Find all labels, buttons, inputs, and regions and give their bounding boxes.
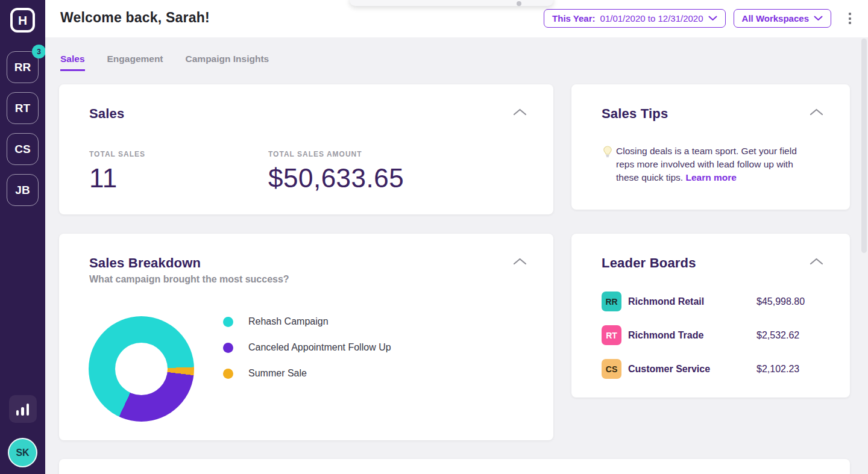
- legend-dot: [223, 343, 233, 353]
- sidebar-item-workspace-rt[interactable]: RT: [7, 92, 39, 124]
- more-options-button[interactable]: [846, 10, 854, 27]
- chevron-up-icon: [810, 258, 823, 265]
- leader-amount: $2,102.23: [756, 364, 799, 375]
- leader-boards-card: Leader Boards RR Richmond Retail $45,998…: [571, 234, 850, 398]
- chevron-up-icon: [513, 258, 527, 265]
- workspace-badge: RT: [602, 325, 621, 345]
- page-title: Welcome back, Sarah!: [60, 10, 210, 26]
- sales-breakdown-subtitle: What campaign brought the most success?: [89, 274, 289, 285]
- total-sales-amount-metric: TOTAL SALES AMOUNT $50,633.65: [268, 150, 404, 193]
- donut-hole: [115, 343, 168, 395]
- chevron-up-icon: [810, 108, 823, 116]
- scrollbar-thumb[interactable]: [861, 39, 867, 253]
- lightbulb-icon: [603, 146, 612, 158]
- workspace-badge: RR: [602, 292, 621, 311]
- donut-chart: [89, 316, 194, 422]
- workspace-initials: RR: [14, 61, 31, 74]
- legend-item: Canceled Appointment Follow Up: [223, 342, 391, 353]
- workspace-initials: JB: [15, 184, 30, 197]
- legend-item: Rehash Campaign: [223, 316, 391, 327]
- legend-label: Rehash Campaign: [248, 316, 329, 327]
- total-sales-metric: TOTAL SALES 11: [89, 150, 145, 193]
- chevron-up-icon: [513, 108, 527, 116]
- tab-sales[interactable]: Sales: [60, 54, 85, 71]
- tab-campaign-insights[interactable]: Campaign Insights: [186, 54, 269, 71]
- sales-tips-title: Sales Tips: [602, 106, 668, 122]
- tab-engagement[interactable]: Engagement: [107, 54, 163, 71]
- sales-breakdown-title: Sales Breakdown: [89, 255, 201, 271]
- topbar: Welcome back, Sarah! This Year: 01/01/20…: [45, 0, 868, 37]
- date-range-dropdown[interactable]: This Year: 01/01/2020 to 12/31/2020: [544, 9, 725, 28]
- metric-label: TOTAL SALES: [89, 150, 145, 158]
- next-section-card: [59, 459, 850, 474]
- sales-card: Sales TOTAL SALES 11 TOTAL SALES AMOUNT …: [59, 84, 553, 214]
- leader-rows: RR Richmond Retail $45,998.80 RT Richmon…: [602, 292, 823, 379]
- chart-legend: Rehash Campaign Canceled Appointment Fol…: [223, 316, 391, 379]
- leader-boards-title: Leader Boards: [602, 255, 696, 271]
- reports-button[interactable]: [9, 395, 37, 423]
- leader-amount: $2,532.62: [756, 330, 799, 341]
- dashboard-content: Sales Engagement Campaign Insights Sales…: [45, 37, 868, 474]
- bar-chart-icon: [21, 407, 24, 416]
- table-row[interactable]: RT Richmond Trade $2,532.62: [602, 325, 823, 345]
- legend-dot: [223, 369, 233, 379]
- user-initials: SK: [16, 447, 29, 458]
- workspace-initials: RT: [15, 102, 30, 115]
- collapse-button[interactable]: [810, 108, 823, 116]
- sales-tip-text: Closing deals is a team sport. Get your …: [616, 145, 815, 184]
- workspace-dropdown-label: All Workspaces: [742, 13, 809, 23]
- date-range-label: This Year:: [552, 13, 595, 23]
- app-logo-letter: H: [18, 13, 27, 28]
- avatar[interactable]: SK: [8, 438, 37, 467]
- sidebar-item-workspace-cs[interactable]: CS: [7, 133, 39, 165]
- app-root: H RR 3 RT CS JB SK Welcome back, Sarah! …: [0, 0, 868, 474]
- toast-icon: [517, 1, 521, 6]
- chevron-down-icon: [708, 16, 717, 21]
- workspace-badge: CS: [602, 359, 621, 379]
- collapse-button[interactable]: [513, 258, 527, 265]
- learn-more-link[interactable]: Learn more: [685, 172, 736, 182]
- sales-breakdown-card: Sales Breakdown What campaign brought th…: [59, 234, 553, 440]
- table-row[interactable]: RR Richmond Retail $45,998.80: [602, 292, 823, 311]
- leader-name: Richmond Retail: [628, 296, 756, 307]
- legend-dot: [223, 317, 233, 327]
- legend-label: Canceled Appointment Follow Up: [248, 342, 391, 353]
- leader-amount: $45,998.80: [756, 296, 805, 307]
- legend-item: Summer Sale: [223, 368, 391, 379]
- metric-value: $50,633.65: [268, 163, 404, 193]
- legend-label: Summer Sale: [248, 368, 307, 379]
- metric-value: 11: [89, 163, 145, 193]
- bar-chart-icon: [16, 410, 19, 416]
- leader-name: Customer Service: [628, 364, 756, 375]
- workspace-dropdown[interactable]: All Workspaces: [734, 9, 831, 28]
- sales-tip: Closing deals is a team sport. Get your …: [603, 145, 815, 184]
- date-range-value: 01/01/2020 to 12/31/2020: [600, 13, 703, 23]
- notification-badge: 3: [32, 45, 46, 58]
- bar-chart-icon: [27, 404, 30, 416]
- sidebar: H RR 3 RT CS JB SK: [0, 0, 45, 474]
- sidebar-item-workspace-rr[interactable]: RR 3: [7, 51, 39, 83]
- metric-label: TOTAL SALES AMOUNT: [268, 150, 404, 158]
- app-logo[interactable]: H: [10, 8, 35, 33]
- sales-card-title: Sales: [89, 106, 125, 122]
- sidebar-item-workspace-jb[interactable]: JB: [7, 174, 39, 206]
- dismissed-toast: [350, 0, 553, 6]
- collapse-button[interactable]: [810, 258, 823, 265]
- table-row[interactable]: CS Customer Service $2,102.23: [602, 359, 823, 379]
- collapse-button[interactable]: [513, 108, 527, 116]
- leader-name: Richmond Trade: [628, 330, 756, 341]
- dashboard-tabs: Sales Engagement Campaign Insights: [60, 54, 269, 71]
- workspace-initials: CS: [14, 143, 30, 156]
- sales-tips-card: Sales Tips Closing deals is a team sport…: [571, 84, 850, 210]
- chevron-down-icon: [814, 16, 823, 21]
- topbar-controls: This Year: 01/01/2020 to 12/31/2020 All …: [544, 9, 854, 28]
